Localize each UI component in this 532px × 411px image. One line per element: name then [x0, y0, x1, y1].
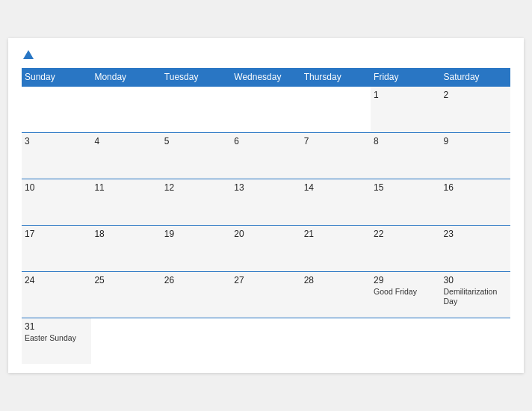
day-number: 9	[444, 136, 507, 146]
calendar-cell: 15	[371, 179, 440, 225]
day-number: 7	[304, 136, 368, 146]
event-label: Good Friday	[374, 287, 437, 297]
calendar-cell: 21	[301, 225, 371, 271]
logo-wrapper	[22, 50, 34, 61]
event-label: Easter Sunday	[25, 333, 88, 344]
calendar-cell: 26	[161, 271, 231, 318]
calendar-cell: 1	[371, 86, 440, 132]
day-number: 17	[25, 229, 88, 239]
calendar-cell	[22, 86, 91, 132]
calendar-cell	[161, 318, 231, 364]
calendar-cell: 3	[22, 132, 91, 179]
logo	[22, 50, 34, 61]
week-row-3: 17181920212223	[22, 225, 510, 271]
calendar-cell: 25	[91, 271, 161, 318]
day-number: 2	[444, 90, 507, 100]
day-number: 3	[25, 136, 88, 146]
calendar-table: SundayMondayTuesdayWednesdayThursdayFrid…	[22, 68, 510, 365]
calendar-cell: 27	[231, 271, 300, 318]
day-number: 20	[234, 229, 297, 239]
calendar-cell: 30Demilitarization Day	[441, 271, 510, 318]
week-row-2: 10111213141516	[22, 179, 510, 225]
day-number: 5	[164, 136, 228, 146]
calendar-cell: 7	[301, 132, 371, 179]
calendar-header-row: SundayMondayTuesdayWednesdayThursdayFrid…	[22, 68, 510, 87]
col-header-saturday: Saturday	[441, 68, 510, 87]
day-number: 11	[94, 182, 158, 193]
calendar-cell: 20	[231, 225, 300, 271]
calendar-cell: 8	[371, 132, 440, 179]
logo-line1	[22, 50, 34, 61]
day-number: 8	[374, 136, 437, 146]
calendar-cell	[231, 318, 300, 364]
calendar-cell: 14	[301, 179, 371, 225]
col-header-friday: Friday	[371, 68, 440, 87]
col-header-monday: Monday	[91, 68, 161, 87]
calendar-cell: 6	[231, 132, 300, 179]
day-number: 6	[234, 136, 297, 146]
calendar-header	[22, 50, 510, 61]
calendar-cell	[161, 86, 231, 132]
calendar-cell: 11	[91, 179, 161, 225]
col-header-wednesday: Wednesday	[231, 68, 300, 87]
day-number: 4	[94, 136, 158, 146]
day-number: 22	[374, 229, 437, 239]
logo-triangle-icon	[23, 50, 34, 59]
calendar-cell	[91, 318, 161, 364]
day-number: 12	[164, 182, 228, 193]
day-number: 23	[444, 229, 507, 239]
calendar-cell: 28	[301, 271, 371, 318]
day-number: 28	[304, 275, 368, 285]
calendar-cell: 19	[161, 225, 231, 271]
event-label: Demilitarization Day	[444, 287, 507, 307]
day-number: 19	[164, 229, 228, 239]
col-header-sunday: Sunday	[22, 68, 91, 87]
day-number: 24	[25, 275, 88, 285]
calendar-cell	[301, 86, 371, 132]
day-number: 16	[444, 182, 507, 193]
calendar-cell: 31Easter Sunday	[22, 318, 91, 364]
day-number: 25	[94, 275, 158, 285]
day-number: 18	[94, 229, 158, 239]
day-number: 10	[25, 182, 88, 193]
calendar-cell	[231, 86, 300, 132]
calendar-cell: 4	[91, 132, 161, 179]
week-row-0: 12	[22, 86, 510, 132]
day-number: 1	[374, 90, 437, 100]
calendar-cell: 13	[231, 179, 300, 225]
day-number: 13	[234, 182, 297, 193]
day-number: 15	[374, 182, 437, 193]
day-number: 26	[164, 275, 228, 285]
week-row-5: 31Easter Sunday	[22, 318, 510, 364]
day-number: 21	[304, 229, 368, 239]
week-row-1: 3456789	[22, 132, 510, 179]
calendar-cell	[441, 318, 510, 364]
day-number: 14	[304, 182, 368, 193]
calendar-cell: 24	[22, 271, 91, 318]
calendar-cell	[301, 318, 371, 364]
calendar-cell: 12	[161, 179, 231, 225]
calendar-cell: 5	[161, 132, 231, 179]
calendar-cell: 16	[441, 179, 510, 225]
calendar-cell: 18	[91, 225, 161, 271]
calendar-container: SundayMondayTuesdayWednesdayThursdayFrid…	[8, 38, 524, 374]
day-number: 30	[444, 275, 507, 285]
calendar-cell: 22	[371, 225, 440, 271]
calendar-cell: 10	[22, 179, 91, 225]
week-row-4: 242526272829Good Friday30Demilitarizatio…	[22, 271, 510, 318]
col-header-tuesday: Tuesday	[161, 68, 231, 87]
calendar-cell: 23	[441, 225, 510, 271]
calendar-cell: 17	[22, 225, 91, 271]
day-number: 27	[234, 275, 297, 285]
calendar-cell: 2	[441, 86, 510, 132]
col-header-thursday: Thursday	[301, 68, 371, 87]
day-number: 31	[25, 321, 88, 332]
day-number: 29	[374, 275, 437, 285]
calendar-cell: 9	[441, 132, 510, 179]
calendar-cell	[371, 318, 440, 364]
calendar-cell	[91, 86, 161, 132]
calendar-cell: 29Good Friday	[371, 271, 440, 318]
